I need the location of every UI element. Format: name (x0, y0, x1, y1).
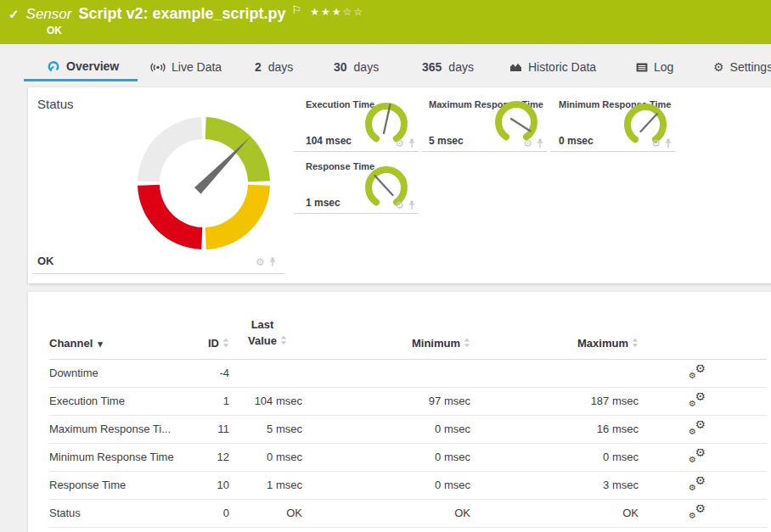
tab-live-data[interactable]: Live Data (150, 53, 222, 81)
sensor-status-text: OK (47, 25, 62, 36)
edit-channel-gears-icon[interactable]: ⚙⚙ (689, 421, 706, 435)
flag-icon[interactable]: ⚐ (292, 3, 302, 16)
sensor-kind-label: Sensor (26, 6, 72, 23)
cell-channel: Status (49, 507, 204, 519)
gauge-settings-gear-icon[interactable]: ⚙ (651, 138, 661, 148)
cell-minimum: 0 msec (302, 479, 470, 491)
table-row-minimum-response-time[interactable]: Minimum Response Time 12 0 msec 0 msec 0… (49, 444, 767, 472)
sort-icon (464, 338, 470, 348)
column-header-minimum[interactable]: Minimum (302, 337, 470, 350)
gauge-settings-gear-icon[interactable]: ⚙ (395, 138, 404, 148)
tab-label: days (448, 60, 474, 74)
log-list-icon (636, 63, 648, 72)
settings-gear-icon: ⚙ (713, 61, 724, 73)
edit-channel-gears-icon[interactable]: ⚙⚙ (689, 365, 706, 379)
tab-number: 30 (334, 60, 347, 74)
sort-icon (222, 338, 229, 348)
cell-last-value: 5 msec (233, 423, 302, 435)
edit-channel-gears-icon[interactable]: ⚙⚙ (689, 393, 706, 407)
table-row-status[interactable]: Status 0 OK OK OK ⚙⚙ (49, 500, 767, 528)
tab-label: Historic Data (528, 60, 596, 74)
cell-maximum: OK (470, 507, 639, 519)
tab-settings[interactable]: ⚙ Settings (713, 53, 771, 81)
tab-overview[interactable]: Overview (24, 53, 138, 81)
divider (32, 273, 285, 274)
cell-id: 10 (204, 479, 233, 491)
cell-minimum: 97 msec (302, 395, 470, 407)
gauge-module-execution-time: Execution Time 104 msec ⚙ (294, 95, 419, 152)
tab-bar: Overview Live Data 2 days 30 days 365 da… (0, 48, 771, 83)
sensor-title: Script v2: example_script.py (78, 5, 285, 23)
cell-maximum: 187 msec (470, 395, 639, 407)
large-gear-icon: ⚙ (695, 421, 706, 431)
cell-last-value: OK (233, 507, 302, 519)
large-gear-icon: ⚙ (695, 365, 706, 375)
column-label: Minimum (412, 337, 460, 350)
tab-log[interactable]: Log (636, 53, 673, 81)
cell-minimum: 0 msec (302, 423, 470, 435)
large-gear-icon: ⚙ (695, 477, 706, 487)
column-label: Last Value (248, 317, 277, 350)
cell-id: -4 (204, 367, 233, 379)
sort-caret-icon: ▾ (98, 339, 103, 349)
tab-label: days (268, 60, 294, 74)
overview-gauges-panel: Status OK ⚙ Execution Time 104 msec ⚙ Ma… (28, 87, 771, 283)
gauge-settings-gear-icon[interactable]: ⚙ (523, 138, 532, 148)
status-gauge (136, 115, 272, 251)
cell-minimum: 0 msec (302, 451, 470, 463)
table-row-maximum-response-time[interactable]: Maximum Response Ti... 11 5 msec 0 msec … (49, 416, 767, 444)
gauge-value: 5 msec (429, 135, 464, 147)
tab-30-days[interactable]: 30 days (334, 53, 379, 81)
gauge-value: 1 msec (306, 197, 340, 209)
sensor-header: ✓ Sensor Script v2: example_script.py ⚐ … (0, 0, 771, 44)
cell-id: 12 (204, 451, 233, 463)
gauge-settings-gear-icon[interactable]: ⚙ (256, 257, 265, 267)
gauge-settings-gear-icon[interactable]: ⚙ (395, 200, 404, 210)
table-row-execution-time[interactable]: Execution Time 1 104 msec 97 msec 187 ms… (49, 388, 767, 416)
gauge-module-maximum-response-time: Maximum Response Time 5 msec ⚙ (422, 95, 547, 152)
cell-id: 1 (204, 395, 233, 407)
tab-label: Log (654, 60, 673, 74)
cell-channel: Response Time (49, 479, 204, 491)
sort-icon (280, 335, 287, 345)
channel-table-panel: Channel▾ ID Last Value Minimum Maximum D… (28, 292, 771, 532)
sort-icon (632, 338, 639, 348)
ok-check-icon: ✓ (8, 7, 20, 22)
large-gear-icon: ⚙ (695, 505, 706, 515)
gauge-module-minimum-response-time: Minimum Response Time 0 msec ⚙ (550, 95, 675, 152)
column-header-id[interactable]: ID (204, 337, 233, 350)
column-label: ID (208, 337, 219, 350)
column-label: Maximum (577, 337, 628, 350)
cell-minimum: OK (302, 507, 470, 519)
priority-stars[interactable]: ★★★☆☆ (310, 6, 364, 18)
cell-id: 11 (204, 423, 233, 435)
status-panel-title: Status (37, 97, 74, 111)
pin-icon[interactable] (408, 138, 415, 148)
gauge-needle (194, 137, 250, 194)
gauge-module-response-time: Response Time 1 msec ⚙ (294, 157, 419, 214)
column-header-maximum[interactable]: Maximum (470, 337, 639, 350)
cell-maximum: 16 msec (470, 423, 639, 435)
channel-table: Channel▾ ID Last Value Minimum Maximum D… (49, 317, 767, 528)
cell-last-value: 104 msec (233, 395, 302, 407)
edit-channel-gears-icon[interactable]: ⚙⚙ (689, 477, 706, 491)
pin-icon[interactable] (408, 200, 415, 210)
edit-channel-gears-icon[interactable]: ⚙⚙ (689, 505, 706, 519)
column-label: Channel (49, 337, 93, 350)
pin-icon[interactable] (537, 138, 543, 148)
large-gear-icon: ⚙ (695, 449, 706, 459)
column-header-channel[interactable]: Channel▾ (49, 337, 204, 350)
tab-365-days[interactable]: 365 days (422, 53, 474, 81)
pin-icon[interactable] (665, 138, 672, 148)
tab-label: Overview (66, 59, 119, 73)
table-row-downtime[interactable]: Downtime -4 ⚙⚙ (49, 360, 767, 388)
cell-maximum: 0 msec (470, 451, 639, 463)
tab-2-days[interactable]: 2 days (255, 53, 293, 81)
edit-channel-gears-icon[interactable]: ⚙⚙ (689, 449, 706, 463)
pin-icon[interactable] (269, 257, 276, 267)
column-header-last-value[interactable]: Last Value (233, 317, 302, 350)
tab-historic-data[interactable]: Historic Data (509, 53, 596, 81)
cell-channel: Minimum Response Time (49, 451, 204, 463)
gauge-value: 0 msec (559, 135, 594, 147)
table-row-response-time[interactable]: Response Time 10 1 msec 0 msec 3 msec ⚙⚙ (49, 472, 767, 500)
